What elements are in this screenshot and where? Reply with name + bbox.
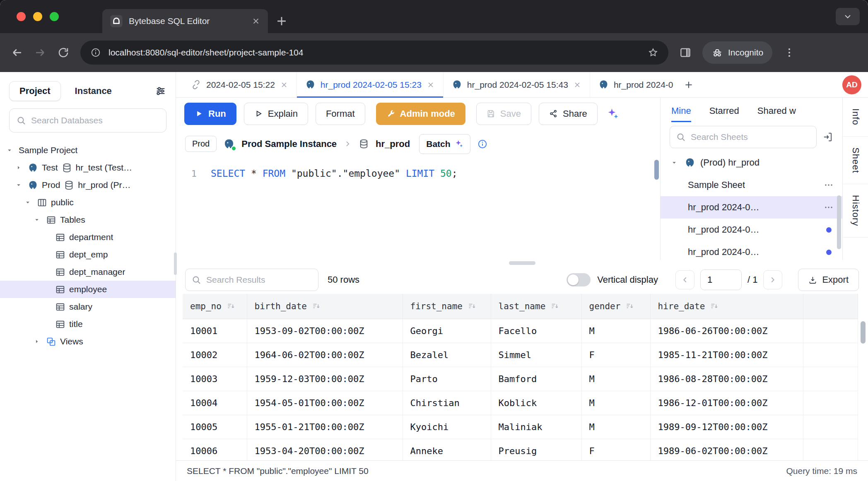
save-button[interactable]: Save	[476, 103, 531, 125]
column-header-first-name[interactable]: first_name	[403, 294, 491, 319]
browser-tab[interactable]: Bytebase SQL Editor	[102, 9, 268, 33]
next-page-button[interactable]	[763, 270, 782, 289]
new-tab-button[interactable]	[275, 9, 289, 33]
cell-emp-no[interactable]: 10004	[183, 391, 247, 415]
cell-emp-no[interactable]: 10003	[183, 367, 247, 391]
site-info-icon[interactable]	[90, 47, 101, 58]
side-panel-icon[interactable]	[679, 46, 692, 59]
results-search-input[interactable]	[206, 275, 318, 285]
cell-last-name[interactable]: Maliniak	[491, 415, 581, 439]
column-header-gender[interactable]: gender	[581, 294, 650, 319]
close-tab-icon[interactable]	[427, 81, 435, 89]
sheet-group-prod-hr-prod[interactable]: (Prod) hr_prod	[661, 152, 842, 174]
tree-item-views[interactable]: Views	[0, 333, 176, 350]
tree-item-prod[interactable]: Prodhr_prod (Pr…	[0, 176, 176, 194]
back-button[interactable]	[11, 46, 23, 59]
window-zoom-button[interactable]	[50, 12, 59, 21]
ai-assistant-icon[interactable]	[607, 108, 619, 120]
new-sheet-button[interactable]	[679, 75, 698, 94]
tree-item-department[interactable]: department	[0, 228, 176, 246]
cell-first-name[interactable]: Kyoichi	[403, 415, 491, 439]
table-row[interactable]: 100011953-09-02T00:00:00ZGeorgiFacelloM1…	[183, 319, 858, 343]
close-tab-icon[interactable]	[280, 81, 288, 89]
window-close-button[interactable]	[17, 12, 26, 21]
filter-settings-icon[interactable]	[155, 85, 166, 97]
panel-tab-history[interactable]: History	[843, 184, 868, 237]
user-avatar[interactable]: AD	[842, 75, 861, 94]
sheet-search-input[interactable]	[691, 132, 810, 142]
cell-gender[interactable]: M	[581, 415, 650, 439]
database-search[interactable]	[9, 108, 166, 132]
bookmark-star-icon[interactable]	[648, 47, 658, 58]
tree-item-dept-emp[interactable]: dept_emp	[0, 246, 176, 263]
prev-page-button[interactable]	[675, 270, 694, 289]
cell-emp-no[interactable]: 10002	[183, 343, 247, 367]
run-button[interactable]: Run	[184, 103, 236, 125]
forward-button[interactable]	[34, 46, 46, 59]
table-row[interactable]: 100041954-05-01T00:00:00ZChirstianKoblic…	[183, 391, 858, 415]
column-header-emp-no[interactable]: emp_no	[183, 294, 247, 319]
tab-search-button[interactable]	[836, 8, 860, 25]
cell-birth-date[interactable]: 1964-06-02T00:00:00Z	[247, 343, 403, 367]
cell-last-name[interactable]: Bamford	[491, 367, 581, 391]
cell-emp-no[interactable]: 10005	[183, 415, 247, 439]
cell-hire-date[interactable]: 1986-08-28T00:00:00Z	[650, 367, 803, 391]
batch-button[interactable]: Batch	[419, 134, 470, 154]
column-header-hire-date[interactable]: hire_date	[650, 294, 803, 319]
sidebar-resize-handle[interactable]	[174, 253, 177, 275]
admin-mode-button[interactable]: Admin mode	[376, 103, 465, 125]
cell-gender[interactable]: F	[581, 439, 650, 460]
panel-tab-info[interactable]: Info	[843, 98, 868, 137]
cell-last-name[interactable]: Simmel	[491, 343, 581, 367]
cell-birth-date[interactable]: 1953-09-02T00:00:00Z	[247, 319, 403, 343]
import-sheet-icon[interactable]	[822, 132, 833, 142]
results-scrollbar-thumb[interactable]	[861, 321, 866, 344]
cell-hire-date[interactable]: 1989-06-02T00:00:00Z	[650, 439, 803, 460]
close-tab-icon[interactable]	[573, 81, 581, 89]
close-tab-icon[interactable]	[251, 17, 260, 26]
cell-birth-date[interactable]: 1953-04-20T00:00:00Z	[247, 439, 403, 460]
instance-name[interactable]: Prod Sample Instance	[241, 139, 337, 149]
cell-gender[interactable]: M	[581, 391, 650, 415]
share-button[interactable]: Share	[539, 103, 598, 125]
caret-down-icon[interactable]	[31, 216, 42, 224]
cell-birth-date[interactable]: 1959-12-03T00:00:00Z	[247, 367, 403, 391]
caret-right-icon[interactable]	[31, 337, 42, 346]
cell-gender[interactable]: F	[581, 343, 650, 367]
cell-birth-date[interactable]: 1954-05-01T00:00:00Z	[247, 391, 403, 415]
sheet-tab-hr-prod-2024-02-05-15-43[interactable]: hr_prod 2024-02-05 15:43	[444, 72, 590, 97]
table-row[interactable]: 100061953-04-20T00:00:00ZAnnekePreusigF1…	[183, 439, 858, 460]
sql-editor[interactable]: 1 SELECT * FROM "public"."employee" LIMI…	[176, 158, 660, 260]
address-bar[interactable]: localhost:8080/sql-editor/sheet/project-…	[80, 41, 668, 65]
sheet-list-scrollbar-thumb[interactable]	[837, 195, 841, 249]
editor-scrollbar-thumb[interactable]	[654, 160, 659, 180]
tree-item-title[interactable]: title	[0, 315, 176, 333]
cell-first-name[interactable]: Bezalel	[403, 343, 491, 367]
database-name[interactable]: hr_prod	[376, 139, 410, 149]
cell-first-name[interactable]: Parto	[403, 367, 491, 391]
column-header-last-name[interactable]: last_name	[491, 294, 581, 319]
cell-last-name[interactable]: Preusig	[491, 439, 581, 460]
cell-gender[interactable]: M	[581, 367, 650, 391]
sheet-tab-2024-02-05-15-22[interactable]: 2024-02-05 15:22	[183, 72, 297, 97]
tree-item-dept-manager[interactable]: dept_manager	[0, 263, 176, 281]
caret-down-icon[interactable]	[4, 146, 15, 154]
sheet-tab-hr-prod-2024-02-05-15-23[interactable]: hr_prod 2024-02-05 15:23	[297, 72, 444, 97]
sheet-tab-hr-prod-2024-0[interactable]: hr_prod 2024-0	[590, 72, 679, 97]
tab-project[interactable]: Project	[9, 81, 61, 101]
results-search[interactable]	[185, 269, 318, 291]
caret-down-icon[interactable]	[22, 198, 33, 207]
cell-hire-date[interactable]: 1986-06-26T00:00:00Z	[650, 319, 803, 343]
panel-resize-handle[interactable]	[509, 261, 535, 265]
panel-tab-sheet[interactable]: Sheet	[843, 137, 868, 185]
cell-first-name[interactable]: Georgi	[403, 319, 491, 343]
browser-menu-icon[interactable]	[783, 46, 796, 59]
sheet-item-hr-prod-2024-0[interactable]: hr_prod 2024-0…	[661, 196, 842, 219]
vertical-display-toggle[interactable]	[567, 273, 591, 286]
column-header-birth-date[interactable]: birth_date	[247, 294, 403, 319]
tree-item-employee[interactable]: employee	[0, 281, 176, 298]
reload-button[interactable]	[57, 46, 70, 59]
cell-first-name[interactable]: Chirstian	[403, 391, 491, 415]
caret-down-icon[interactable]	[13, 181, 24, 189]
page-input[interactable]	[700, 269, 742, 290]
